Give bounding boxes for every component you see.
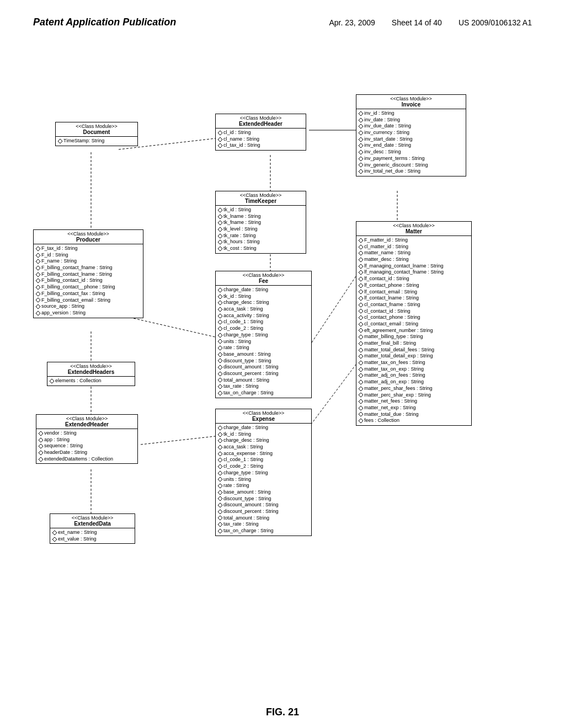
extended-header-top-stereotype: <<Class Module>> [218, 115, 303, 121]
tk-field-3: tk_level : String [218, 226, 303, 233]
extended-header2-stereotype: <<Class Module>> [39, 416, 135, 421]
svg-marker-86 [359, 393, 363, 397]
expense-header: <<Class Module>> Expense [216, 409, 311, 424]
matter-body: F_matter_id : String cl_matter_id : Stri… [356, 236, 471, 425]
svg-marker-41 [36, 292, 40, 296]
diamond-icon [359, 296, 363, 301]
diamond-icon [359, 150, 363, 154]
svg-marker-42 [36, 298, 40, 302]
diamond-icon [359, 393, 363, 397]
producer-header: <<Class Module>> Producer [34, 230, 143, 244]
svg-marker-32 [218, 240, 222, 244]
diamond-icon [218, 452, 222, 456]
exp-field-7: charge_type : String [218, 470, 309, 477]
extended-data-name: ExtendedData [52, 521, 132, 527]
diamond-icon [218, 215, 222, 219]
svg-marker-93 [39, 438, 43, 442]
invoice-header: <<Class Module>> Invoice [356, 95, 466, 109]
exp-field-15: tax_rate : String [218, 521, 309, 528]
tk-field-0: tk_id : String [218, 207, 303, 213]
matter-field-22: matter_adj_on_exp : String [359, 379, 469, 386]
svg-marker-56 [218, 358, 222, 363]
svg-marker-54 [218, 346, 222, 350]
diamond-icon [218, 221, 222, 225]
diamond-icon [52, 537, 57, 542]
diamond-icon [50, 379, 54, 383]
svg-marker-99 [218, 438, 222, 443]
prod-field-10: app_version : String [36, 310, 141, 317]
diamond-icon [36, 272, 40, 277]
diamond-icon [359, 118, 363, 122]
matter-field-25: matter_net_fees : String [359, 398, 469, 405]
prod-field-7: F_billing_contact_fax : String [36, 291, 141, 297]
svg-marker-114 [52, 531, 57, 535]
svg-marker-85 [359, 387, 363, 391]
diamond-icon [359, 163, 363, 167]
diamond-icon [218, 247, 222, 251]
svg-marker-62 [359, 238, 363, 243]
svg-marker-47 [218, 301, 222, 305]
diamond-icon [359, 111, 363, 116]
svg-marker-22 [359, 169, 363, 174]
ext-data-field-0: ext_name : String [52, 529, 132, 536]
svg-marker-107 [218, 490, 222, 495]
fee-field-11: discount_type : String [218, 358, 309, 365]
svg-marker-112 [218, 522, 222, 527]
diamond-icon [359, 367, 363, 372]
diamond-icon [218, 307, 222, 312]
figure-label: FIG. 21 [0, 706, 565, 728]
diamond-icon [359, 387, 363, 391]
svg-marker-44 [36, 311, 40, 315]
diamond-icon [36, 311, 40, 315]
diamond-icon [359, 380, 363, 384]
fee-field-8: units : String [218, 339, 309, 345]
svg-marker-106 [218, 484, 222, 488]
diamond-icon [218, 234, 222, 238]
prod-field-9: source_app : String [36, 303, 141, 310]
svg-marker-73 [359, 309, 363, 313]
patent-title: Patent Application Publication [33, 17, 176, 28]
diamond-icon [218, 208, 222, 212]
extended-data-stereotype: <<Class Module>> [52, 515, 132, 521]
diamond-icon [36, 279, 40, 283]
diamond-icon [36, 285, 40, 290]
diamond-icon [218, 314, 222, 318]
svg-marker-40 [36, 285, 40, 290]
svg-marker-36 [36, 259, 40, 264]
svg-marker-15 [359, 124, 363, 129]
svg-marker-57 [218, 365, 222, 370]
diamond-icon [218, 496, 222, 501]
matter-field-20: matter_tax_on_exp : String [359, 366, 469, 373]
matter-field-5: lf_managing_contact_fname : String [359, 269, 469, 276]
diamond-icon [359, 238, 363, 243]
diamond-icon [359, 322, 363, 326]
diamond-icon [359, 245, 363, 249]
exp-field-2: charge_desc : String [218, 437, 309, 444]
diamond-icon [359, 341, 363, 346]
extended-header-top-name: ExtendedHeader [218, 121, 303, 127]
matter-field-13: cl_contact_email : String [359, 321, 469, 328]
invoice-field-0: inv_id : String [359, 110, 463, 117]
exp-field-11: discount_type : String [218, 496, 309, 502]
svg-marker-70 [359, 290, 363, 294]
fee-field-4: acca_activity : String [218, 313, 309, 319]
svg-marker-115 [52, 537, 57, 542]
diamond-icon [218, 358, 222, 363]
fee-field-14: total_amount : String [218, 377, 309, 384]
diamond-icon [218, 438, 222, 443]
invoice-field-4: inv_start_date : String [359, 136, 463, 143]
document-class: <<Class Module>> Document TimeStamp: Str… [55, 122, 138, 146]
extended-header2-header: <<Class Module>> ExtendedHeader [36, 415, 137, 429]
diamond-icon [359, 335, 363, 339]
diamond-icon [39, 444, 43, 448]
svg-marker-58 [218, 372, 222, 376]
expense-name: Expense [218, 416, 309, 422]
producer-class: <<Class Module>> Producer F_tax_id : Str… [33, 229, 143, 318]
diamond-icon [218, 510, 222, 514]
svg-marker-24 [218, 131, 222, 135]
tk-field-2: tk_fname : String [218, 220, 303, 226]
ext-header2-field-3: headerDate : String [39, 449, 135, 456]
page-header: Patent Application Publication Apr. 23, … [0, 0, 565, 34]
svg-marker-104 [218, 471, 222, 475]
invoice-field-8: inv_generic_discount : String [359, 162, 463, 169]
